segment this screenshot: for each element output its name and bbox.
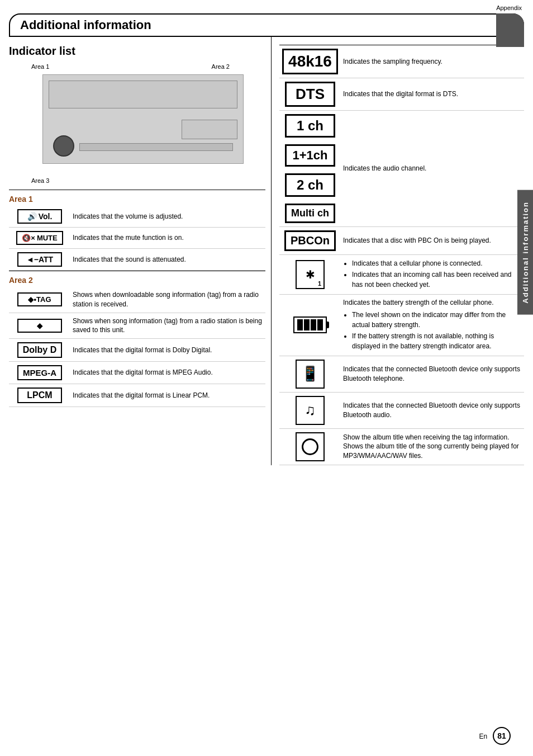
table-row: MPEG-A Indicates that the digital format… bbox=[9, 362, 265, 384]
48k16-indicator: 48k16 bbox=[282, 49, 338, 74]
top-bar: Appendix bbox=[0, 0, 533, 13]
mpeg-description: Indicates that the digital format is MPE… bbox=[70, 362, 265, 384]
dts-indicator: DTS bbox=[285, 82, 335, 107]
phone-only-description: Indicates that the connected Bluetooth d… bbox=[341, 356, 524, 392]
bt-phone-indicator: ✱ 1 bbox=[296, 260, 325, 289]
table-row: ◆ Shows when song information (tag) from… bbox=[9, 313, 265, 339]
album-circle-description: Show the album title when receiving the … bbox=[341, 428, 524, 465]
mpeg-indicator-cell: MPEG-A bbox=[9, 362, 70, 384]
dolby-label: Dolby D bbox=[23, 345, 56, 355]
table-row: Show the album title when receiving the … bbox=[279, 428, 524, 465]
dts-indicator-cell: DTS bbox=[279, 78, 341, 111]
dolby-indicator: Dolby D bbox=[17, 342, 62, 358]
dolby-description: Indicates that the digital format is Dol… bbox=[70, 339, 265, 362]
att-description: Indicates that the sound is attenuated. bbox=[70, 249, 265, 271]
corner-tab bbox=[496, 13, 524, 47]
right-column: 48k16 Indicates the sampling frequency. … bbox=[272, 37, 524, 465]
battery-indicator-cell bbox=[279, 295, 341, 356]
dot-indicator-cell: ◆ bbox=[9, 313, 70, 339]
area1-heading: Area 1 bbox=[9, 190, 265, 206]
side-tab: Additional information bbox=[517, 190, 533, 315]
area1-diagram-label: Area 1 bbox=[31, 63, 49, 70]
table-row: 📱 Indicates that the connected Bluetooth… bbox=[279, 356, 524, 392]
area2-heading: Area 2 bbox=[9, 271, 265, 287]
table-row: ◆ •TAG Shows when downloadable song info… bbox=[9, 287, 265, 313]
page-title-banner: Additional information bbox=[9, 13, 524, 37]
2ch-indicator-cell: 2 ch bbox=[279, 170, 341, 200]
phone-only-indicator: 📱 bbox=[296, 360, 325, 389]
2ch-indicator: 2 ch bbox=[285, 173, 335, 197]
phone-only-indicator-cell: 📱 bbox=[279, 356, 341, 392]
lpcm-indicator: LPCM bbox=[17, 388, 62, 403]
album-circle-indicator-cell bbox=[279, 428, 341, 465]
area2-diagram-label: Area 2 bbox=[212, 63, 230, 70]
bt-phone-bullet-list: Indicates that a cellular phone is conne… bbox=[343, 258, 522, 290]
list-item: Indicates that an incoming call has been… bbox=[352, 270, 522, 290]
mpeg-indicator: MPEG-A bbox=[17, 365, 62, 380]
dot-description: Shows when song information (tag) from a… bbox=[70, 313, 265, 339]
tag-description: Shows when downloadable song information… bbox=[70, 287, 265, 313]
device-circle bbox=[53, 135, 74, 157]
att-indicator-cell: ◄− ATT bbox=[9, 249, 70, 271]
pbcon-indicator-cell: PBCOn bbox=[279, 227, 341, 255]
table-row: Indicates the battery strength of the ce… bbox=[279, 295, 524, 356]
page-number-area: En 81 bbox=[479, 727, 511, 745]
lpcm-description: Indicates that the digital format is Lin… bbox=[70, 384, 265, 407]
table-row: ◄− ATT Indicates that the sound is atten… bbox=[9, 249, 265, 271]
multich-label: Multi ch bbox=[291, 207, 329, 219]
bt-phone-description: Indicates that a cellular phone is conne… bbox=[341, 255, 524, 295]
mute-description: Indicates that the mute function is on. bbox=[70, 228, 265, 249]
circle-inner bbox=[302, 438, 318, 455]
device-bar bbox=[79, 143, 233, 151]
device-inner-box bbox=[49, 81, 237, 108]
tag-label: •TAG bbox=[34, 295, 51, 304]
list-item: Indicates that a cellular phone is conne… bbox=[352, 258, 522, 268]
mute-icon: 🔇× bbox=[22, 234, 35, 242]
tag-indicator-cell: ◆ •TAG bbox=[9, 287, 70, 313]
bluetooth-icon: ✱ bbox=[306, 268, 315, 281]
vol-indicator: 🔊 Vol. bbox=[17, 209, 62, 224]
tag-diamond-icon: ◆ bbox=[28, 295, 34, 304]
right-table: 48k16 Indicates the sampling frequency. … bbox=[279, 45, 524, 465]
page-number: 81 bbox=[493, 727, 511, 745]
lpcm-indicator-cell: LPCM bbox=[9, 384, 70, 407]
pbcon-indicator: PBCOn bbox=[284, 230, 336, 251]
mpeg-label: MPEG-A bbox=[23, 368, 56, 377]
music-only-description: Indicates that the connected Bluetooth d… bbox=[341, 392, 524, 428]
1ch-indicator-cell: 1 ch bbox=[279, 111, 341, 141]
section-title: Indicator list bbox=[9, 37, 265, 63]
left-column: Indicator list Area 1 Area 2 Area 3 Area… bbox=[9, 37, 272, 465]
1ch-indicator: 1 ch bbox=[285, 114, 335, 138]
multich-indicator: Multi ch bbox=[285, 204, 335, 223]
mute-indicator: 🔇× MUTE bbox=[16, 231, 63, 245]
att-arrow-icon: ◄− bbox=[26, 255, 39, 264]
table-row: LPCM Indicates that the digital format i… bbox=[9, 384, 265, 407]
area2-table: ◆ •TAG Shows when downloadable song info… bbox=[9, 287, 265, 407]
audio-channel-row-1: 1 ch Indicates the audio channel. bbox=[279, 111, 524, 141]
table-row: Dolby D Indicates that the digital forma… bbox=[9, 339, 265, 362]
att-indicator: ◄− ATT bbox=[17, 252, 62, 267]
device-area2-box bbox=[182, 120, 237, 139]
album-circle-indicator bbox=[296, 432, 325, 461]
music-only-indicator: ♫ bbox=[296, 396, 325, 425]
mute-indicator-cell: 🔇× MUTE bbox=[9, 228, 70, 249]
dts-description: Indicates that the digital format is DTS… bbox=[341, 78, 524, 111]
vol-description: Indicates that the volume is adjusted. bbox=[70, 206, 265, 228]
bat-bar-4 bbox=[317, 319, 323, 330]
1plus1ch-indicator: 1+1ch bbox=[285, 144, 335, 167]
bt-phone-indicator-cell: ✱ 1 bbox=[279, 255, 341, 295]
48k16-description: Indicates the sampling frequency. bbox=[341, 45, 524, 78]
table-row: ✱ 1 Indicates that a cellular phone is c… bbox=[279, 255, 524, 295]
mute-label: MUTE bbox=[37, 234, 58, 242]
2ch-label: 2 ch bbox=[297, 177, 323, 193]
lpcm-label: LPCM bbox=[27, 390, 52, 400]
dot-indicator: ◆ bbox=[17, 319, 62, 333]
en-label: En bbox=[479, 733, 487, 740]
device-diagram bbox=[42, 74, 244, 164]
main-content: Indicator list Area 1 Area 2 Area 3 Area… bbox=[0, 37, 533, 465]
1plus1ch-indicator-cell: 1+1ch bbox=[279, 141, 341, 170]
list-item: The level shown on the indicator may dif… bbox=[352, 310, 522, 330]
bat-bar-3 bbox=[311, 319, 316, 330]
table-row: 🔇× MUTE Indicates that the mute function… bbox=[9, 228, 265, 249]
multich-indicator-cell: Multi ch bbox=[279, 200, 341, 227]
